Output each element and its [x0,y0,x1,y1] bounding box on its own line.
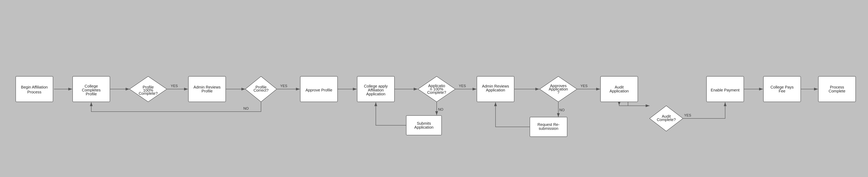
label-no-2: NO [559,108,565,112]
node-admin-reviews: Admin Reviews Profile [188,76,226,102]
svg-text:Affiliation: Affiliation [368,88,384,92]
node-approve-profile: Approve Profile [300,76,338,102]
node-college-completes: College Completes Profile [72,76,110,102]
label-yes-2: YES [280,84,287,88]
label-yes-3: YES [459,84,466,88]
svg-text:Complete?: Complete? [657,117,676,122]
node-college-apply: College apply Affiliation Application [357,76,395,102]
svg-text:Process: Process [830,85,844,89]
svg-text:Enable Payment: Enable Payment [711,88,740,92]
svg-text:Approve Profile: Approve Profile [306,88,333,92]
svg-text:Submits: Submits [417,121,431,126]
svg-text:Admin Reviews: Admin Reviews [193,85,221,89]
label-yes-4: YES [581,84,588,88]
node-college-pays: College Pays Fee [764,76,801,102]
svg-text:Application: Application [414,125,434,130]
label-yes-5: YES [684,113,691,117]
svg-text:College apply: College apply [364,84,388,88]
svg-text:College: College [85,84,98,88]
svg-text:?: ? [557,90,559,95]
svg-text:Complete?: Complete? [427,90,446,95]
node-process-complete: Process Complete [818,76,856,102]
svg-text:Fee: Fee [779,89,785,93]
svg-text:Correct?: Correct? [253,88,269,93]
label-no-1: NO [438,107,443,111]
svg-text:Profile: Profile [86,92,97,96]
node-audit-app: Audit Application [600,76,638,102]
svg-text:submission: submission [539,126,558,131]
svg-text:Complete?: Complete? [139,91,158,96]
label-yes-1: YES [171,84,178,88]
node-enable-payment: Enable Payment [707,76,744,102]
node-submits-app: Submits Application [406,115,441,135]
svg-text:Completes: Completes [82,88,101,92]
flowchart-canvas: YES YES YES NO YES NO NO [0,0,868,177]
svg-text:Admin Reviews: Admin Reviews [482,84,509,88]
node-begin: Begin Affiliation Process [16,76,53,102]
node-admin-reviews-app: Admin Reviews Application [477,76,514,102]
node-request-resubmit: Request Re- submission [530,117,567,137]
label-no-profilecorrect: NO [243,107,249,110]
svg-text:Request Re-: Request Re- [537,122,559,127]
svg-text:Complete: Complete [829,89,845,93]
svg-text:Process: Process [27,90,41,94]
svg-text:Application: Application [366,92,385,96]
svg-text:Application: Application [610,89,629,93]
svg-text:College Pays: College Pays [771,85,794,89]
svg-text:Profile: Profile [202,89,213,93]
svg-text:Audit: Audit [615,85,624,89]
svg-text:Begin Affiliation: Begin Affiliation [21,85,48,89]
svg-text:Application: Application [486,88,505,92]
